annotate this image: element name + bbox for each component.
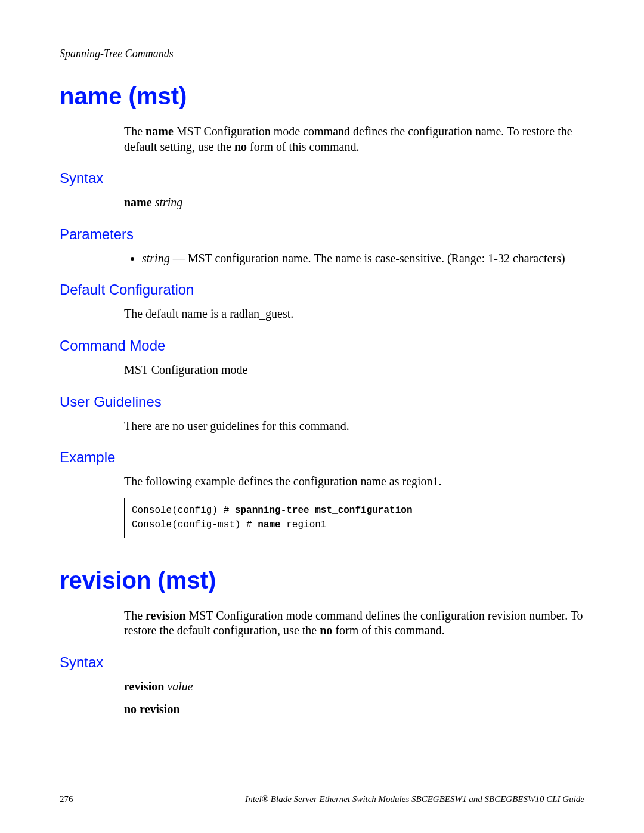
text-bold: no (320, 624, 332, 637)
text: The default name is a radlan_guest. (124, 306, 584, 322)
text: There are no user guidelines for this co… (124, 419, 584, 434)
text: The following example defines the config… (124, 474, 584, 490)
param-desc: — MST configuration name. The name is ca… (170, 252, 565, 265)
default-config-block: The default name is a radlan_guest. (124, 306, 584, 322)
page-number: 276 (60, 794, 73, 804)
heading-example: Example (60, 449, 584, 466)
page-footer: 276 Intel® Blade Server Ethernet Switch … (60, 794, 584, 804)
user-guidelines-block: There are no user guidelines for this co… (124, 419, 584, 434)
running-head: Spanning-Tree Commands (60, 48, 584, 60)
command-mode-block: MST Configuration mode (124, 363, 584, 378)
text: The (124, 609, 145, 622)
command-title-name-mst: name (mst) (60, 83, 584, 110)
text: MST Configuration mode (124, 363, 584, 378)
code-text: Console(config-mst) # (132, 519, 258, 530)
code-text: Console(config) # (132, 505, 235, 516)
heading-user-guidelines: User Guidelines (60, 394, 584, 410)
param-name: string (142, 252, 170, 265)
heading-syntax-2: Syntax (60, 654, 584, 671)
parameter-item: string — MST configuration name. The nam… (142, 251, 584, 267)
syntax-arg: string (155, 196, 183, 209)
code-bold: spanning-tree mst_configuration (235, 505, 413, 516)
code-example: Console(config) # spanning-tree mst_conf… (124, 498, 584, 538)
code-bold: name (258, 519, 286, 530)
syntax-keyword: revision (124, 680, 167, 693)
text-bold: revision (145, 609, 185, 622)
syntax-keyword: no revision (124, 702, 180, 716)
example-block: The following example defines the config… (124, 474, 584, 538)
document-page: Spanning-Tree Commands name (mst) The na… (0, 0, 644, 833)
syntax-keyword: name (124, 196, 155, 209)
parameters-block: string — MST configuration name. The nam… (124, 251, 584, 267)
syntax-block-2: revision value no revision (124, 679, 584, 717)
text: form of this command. (332, 624, 444, 637)
heading-command-mode: Command Mode (60, 337, 584, 354)
intro-name-mst: The name MST Configuration mode command … (124, 124, 584, 154)
text-bold: no (234, 140, 247, 153)
heading-parameters: Parameters (60, 226, 584, 243)
footer-guide-title: Intel® Blade Server Ethernet Switch Modu… (245, 794, 584, 804)
syntax-block: name string (124, 195, 584, 210)
heading-default-config: Default Configuration (60, 281, 584, 298)
text: The (124, 125, 145, 138)
text-bold: name (145, 125, 174, 138)
text: form of this command. (247, 140, 359, 153)
command-title-revision-mst: revision (mst) (60, 567, 584, 594)
syntax-arg: value (167, 680, 193, 693)
code-text: region1 (286, 519, 326, 530)
heading-syntax: Syntax (60, 170, 584, 187)
intro-revision-mst: The revision MST Configuration mode comm… (124, 608, 584, 639)
